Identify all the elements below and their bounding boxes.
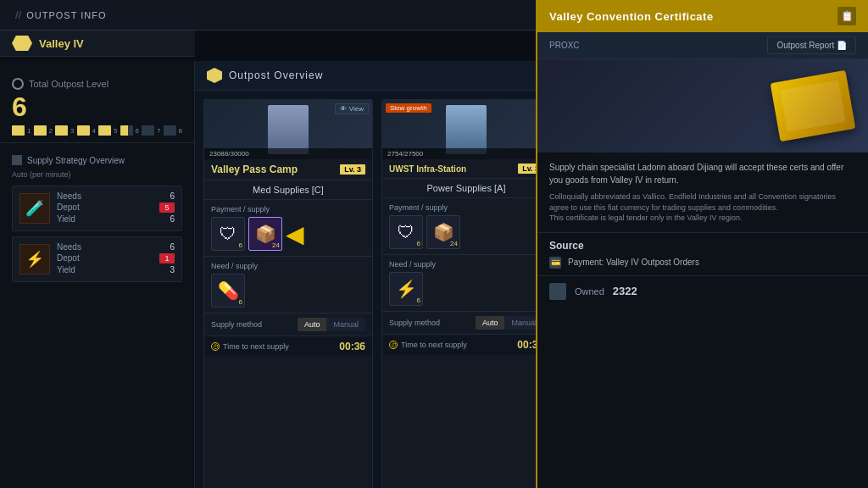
outpost-card-uwst: Slow growth 2754/27500 UWST Infra-Statio… (381, 99, 536, 488)
method-buttons-uwst: Auto Manual (476, 316, 536, 330)
level-seg-2 (34, 125, 47, 136)
method-buttons-valley: Auto Manual (298, 318, 365, 331)
timer-value-uwst: 00:36 (517, 339, 536, 351)
card-slow-badge: Slow growth (386, 103, 431, 113)
supply-stats-2: Needs 6 Depot 1 Yield 3 (57, 242, 175, 276)
source-section: Source 💳 Payment: Valley IV Outpost Orde… (537, 233, 868, 276)
supply-method-row-uwst: Supply method Auto Manual (382, 312, 536, 335)
arrow-left-icon: ◀ (286, 220, 304, 248)
supply-strategy: Supply Strategy Overview Auto (per minut… (0, 150, 194, 292)
method-auto-valley[interactable]: Auto (298, 318, 327, 331)
timer-label-valley: ⏱ Time to next supply (211, 342, 289, 351)
card-name-valley: Valley Pass Camp (211, 164, 298, 175)
need-item-1-uwst[interactable]: ⚡ 6 (389, 272, 423, 306)
card-id-bar-uwst: 2754/27500 (382, 148, 536, 159)
valley-tab[interactable]: Valley IV (0, 30, 195, 57)
payment-section-uwst: Payment / supply 🛡 6 📦 24 (382, 198, 536, 255)
proxc-label: PROXC (549, 41, 580, 50)
cert-inner (780, 80, 846, 131)
need-label-valley: Need / supply (211, 262, 365, 270)
outpost-card-valley-pass: 👁 View 23088/30000 Valley Pass Camp Lv. … (203, 99, 373, 488)
level-seg-8 (164, 125, 176, 136)
card-character-valley (268, 105, 309, 154)
need-badge-uwst-1: 6 (417, 297, 420, 304)
supply-card-2: ⚡ Needs 6 Depot 1 Yield 3 (12, 236, 182, 282)
outpost-header: Outpost Overview (195, 61, 536, 91)
payment-section-valley: Payment / supply 🛡 6 📦 24 ◀ (204, 200, 372, 257)
level-seg-3 (55, 125, 68, 136)
level-number: 6 (12, 93, 182, 120)
level-seg-5 (98, 125, 111, 136)
card-title-row-valley: Valley Pass Camp Lv. 3 (204, 159, 372, 180)
tooltip-icons: 📋 (837, 7, 856, 25)
view-icon: 👁 (340, 105, 347, 113)
timer-icon-uwst: ⏱ (389, 341, 398, 349)
need-icon-uwst-1: ⚡ (396, 279, 417, 299)
level-seg-7 (142, 125, 154, 136)
source-item: 💳 Payment: Valley IV Outpost Orders (549, 257, 856, 269)
need-label-uwst: Need / supply (389, 260, 536, 269)
item-icon-1: 🛡 (220, 225, 236, 244)
card-id-bar-valley: 23088/30000 (204, 148, 372, 159)
tooltip-copy-icon[interactable]: 📋 (837, 7, 856, 25)
outpost-report-button[interactable]: Outpost Report 📄 (767, 36, 856, 54)
depot-badge-2: 1 (159, 253, 175, 263)
item-badge-2: 24 (272, 241, 280, 249)
payment-item-1-valley[interactable]: 🛡 6 (211, 217, 245, 251)
timer-label-uwst: ⏱ Time to next supply (389, 341, 467, 349)
tooltip-image-area (537, 59, 868, 152)
card-name-uwst: UWST Infra-Station (389, 164, 466, 174)
main-content: Outpost Overview 👁 View 23088/30000 Vall… (195, 61, 536, 488)
valley-label: Valley IV (39, 37, 84, 50)
level-seg-1 (12, 125, 25, 136)
payment-item-2-valley[interactable]: 📦 24 (248, 217, 282, 251)
item-badge-1: 6 (239, 241, 242, 249)
need-badge-1: 6 (239, 298, 242, 306)
payment-item-2-uwst[interactable]: 📦 24 (426, 215, 460, 249)
strategy-title: Supply Strategy Overview (12, 155, 182, 165)
level-label: Total Outpost Level (12, 78, 182, 90)
owned-label: Owned (575, 286, 604, 297)
card-image-valley: 👁 View 23088/30000 (204, 100, 372, 159)
owned-icon (549, 283, 566, 300)
source-title: Source (549, 240, 856, 252)
tooltip-body: PROXC Outpost Report 📄 Supply chain spec… (537, 32, 868, 307)
payment-item-1-uwst[interactable]: 🛡 6 (389, 215, 423, 249)
card-character-uwst (446, 105, 487, 154)
tooltip-description: Supply chain specialist Ladonn aboard Di… (537, 152, 868, 233)
level-section: Total Outpost Level 6 1 2 3 4 5 6 7 8 (0, 71, 194, 143)
tooltip-title: Valley Convention Certificate (549, 10, 714, 23)
med-supplies-title: Med Supplies [C] (204, 180, 372, 200)
owned-count: 2322 (613, 285, 637, 297)
timer-icon-valley: ⏱ (211, 342, 220, 351)
strategy-icon (12, 155, 22, 165)
need-item-1-valley[interactable]: 💊 6 (211, 274, 245, 308)
payment-label-valley: Payment / supply (211, 205, 365, 214)
payment-items-valley: 🛡 6 📦 24 ◀ (211, 217, 365, 251)
item-badge-uwst-2: 24 (450, 240, 458, 247)
card-view-badge[interactable]: 👁 View (335, 103, 369, 114)
tooltip-header: Valley Convention Certificate 📋 (537, 0, 868, 32)
section-title: OUTPOST INFO (26, 10, 106, 20)
supply-icon-1: 🧪 (25, 199, 44, 218)
need-section-uwst: Need / supply ⚡ 6 (382, 255, 536, 312)
timer-row-uwst: ⏱ Time to next supply 00:36 (382, 335, 536, 355)
outpost-logo (207, 68, 222, 83)
search-icon (12, 78, 24, 90)
supply-method-label-uwst: Supply method (389, 319, 440, 327)
supply-method-label-valley: Supply method (211, 320, 262, 329)
method-manual-valley[interactable]: Manual (326, 318, 365, 331)
valley-icon (12, 36, 32, 51)
supply-icon-2: ⚡ (25, 250, 44, 269)
method-manual-uwst[interactable]: Manual (504, 316, 536, 330)
strategy-subtitle: Auto (per minute) (12, 170, 182, 179)
power-supplies-title: Power Supplies [A] (382, 179, 536, 198)
tooltip-fine-print: Colloquially abbreviated as Vallico. End… (549, 191, 856, 224)
timer-row-valley: ⏱ Time to next supply 00:36 (204, 336, 372, 357)
card-level-valley: Lv. 3 (340, 164, 365, 175)
card-image-uwst: Slow growth 2754/27500 (382, 100, 536, 159)
item-badge-uwst-1: 6 (417, 240, 420, 247)
slash-decoration: // (15, 8, 21, 21)
card-title-row-uwst: UWST Infra-Station Lv. 3 (382, 159, 536, 179)
method-auto-uwst[interactable]: Auto (476, 316, 505, 330)
